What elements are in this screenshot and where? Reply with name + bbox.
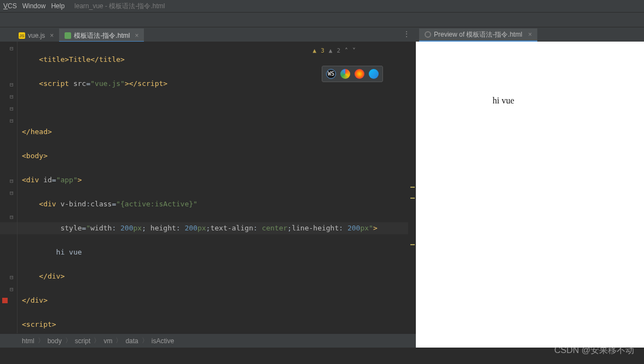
edge-icon[interactable]	[369, 69, 379, 79]
weak-warning-icon: ▲	[329, 45, 333, 57]
error-stripe[interactable]	[409, 42, 415, 333]
window-title: learn_vue - 模板语法-指令.html	[74, 2, 165, 11]
breadcrumb-item[interactable]: script	[75, 337, 91, 345]
menu-window[interactable]: Window	[22, 2, 46, 10]
editor-tabbar: JS vue.js × 模板语法-指令.html × ⋮	[0, 27, 416, 42]
open-in-browser-popup: WS	[322, 66, 383, 82]
menu-bar: VCS Window Help learn_vue - 模板语法-指令.html	[0, 0, 644, 12]
watermark: CSDN @安果移不动	[554, 345, 634, 356]
editor-gutter: ⊟ ⊟ ⊟ ⊟ ⊟ ⊟ ⊟ ⊟ ⊟ ⊟	[0, 42, 18, 333]
js-icon: JS	[19, 32, 25, 39]
marker-icon[interactable]	[410, 244, 415, 245]
preview-tabbar: Preview of 模板语法-指令.html ×	[416, 27, 644, 42]
menu-help[interactable]: Help	[51, 2, 65, 10]
chrome-icon[interactable]	[340, 69, 350, 79]
fold-icon[interactable]: ⊟	[10, 271, 14, 284]
marker-icon[interactable]	[410, 198, 415, 199]
fold-icon[interactable]: ⊟	[10, 79, 14, 91]
tab-vuejs[interactable]: JS vue.js ×	[13, 28, 59, 42]
fold-icon[interactable]: ⊟	[10, 91, 14, 103]
fold-icon[interactable]: ⊟	[10, 103, 14, 115]
tab-template-html[interactable]: 模板语法-指令.html ×	[59, 28, 144, 42]
code-lines: <title>Title</title> <script src="vue.js…	[22, 42, 416, 333]
close-icon[interactable]: ×	[528, 31, 532, 38]
breadcrumb-item[interactable]: data	[125, 337, 138, 345]
fold-icon[interactable]: ⊟	[10, 284, 14, 296]
marker-icon[interactable]	[410, 187, 415, 188]
tabs-overflow-icon[interactable]: ⋮	[403, 30, 411, 38]
preview-tab[interactable]: Preview of 模板语法-指令.html ×	[419, 28, 537, 42]
toolbar-strip	[0, 12, 644, 27]
breadcrumb-item[interactable]: vm	[103, 337, 112, 345]
preview-panel: Preview of 模板语法-指令.html × hi vue	[416, 27, 644, 348]
firefox-icon[interactable]	[355, 69, 364, 79]
preview-text: hi vue	[449, 46, 558, 155]
editor-panel: JS vue.js × 模板语法-指令.html × ⋮ ⊟ ⊟ ⊟ ⊟ ⊟ ⊟	[0, 27, 416, 348]
code-editor[interactable]: ⊟ ⊟ ⊟ ⊟ ⊟ ⊟ ⊟ ⊟ ⊟ ⊟ <title>Title</title>…	[0, 42, 416, 333]
fold-icon[interactable]: ⊟	[10, 175, 14, 187]
close-icon[interactable]: ×	[135, 32, 138, 39]
html-icon	[65, 32, 71, 39]
globe-icon	[425, 31, 431, 38]
breadcrumb-item[interactable]: html	[22, 337, 34, 345]
preview-viewport[interactable]: hi vue	[416, 42, 644, 348]
fold-icon[interactable]: ⊟	[10, 211, 14, 223]
close-icon[interactable]: ×	[50, 32, 54, 39]
fold-icon[interactable]: ⊟	[10, 43, 14, 55]
preview-tab-label: Preview of 模板语法-指令.html	[434, 30, 522, 39]
color-swatch-icon[interactable]	[2, 298, 8, 303]
tab-label: 模板语法-指令.html	[74, 31, 130, 41]
warning-icon: ▲	[313, 45, 317, 57]
weak-warning-count: 2	[336, 45, 340, 57]
warning-count: 3	[321, 45, 324, 57]
chevron-up-icon[interactable]: ˄	[345, 45, 348, 57]
breadcrumb-item[interactable]: body	[48, 337, 62, 345]
fold-icon[interactable]: ⊟	[10, 187, 14, 199]
chevron-down-icon[interactable]: ˅	[352, 45, 356, 57]
webstorm-icon[interactable]: WS	[326, 69, 336, 79]
fold-icon[interactable]: ⊟	[10, 115, 14, 127]
tab-label: vue.js	[28, 32, 45, 39]
breadcrumb-item[interactable]: isActive	[152, 337, 174, 345]
breadcrumbs: html〉 body〉 script〉 vm〉 data〉 isActive	[0, 333, 416, 348]
menu-vcs[interactable]: VCS	[3, 2, 17, 10]
inspection-widget[interactable]: ▲3 ▲2 ˄ ˅	[313, 45, 356, 57]
